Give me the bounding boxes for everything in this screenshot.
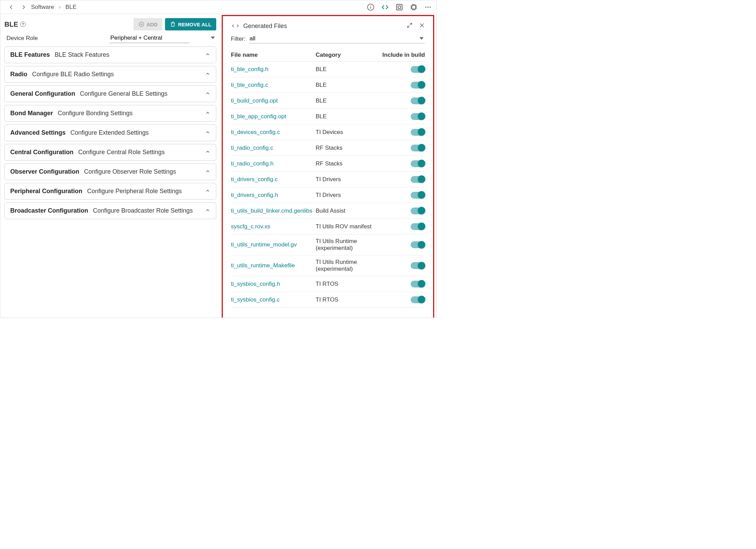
include-toggle[interactable] xyxy=(411,145,425,151)
svg-rect-4 xyxy=(398,6,400,8)
include-toggle[interactable] xyxy=(411,207,425,214)
section-title: General Configuration xyxy=(10,90,75,97)
filter-label: Filter: xyxy=(231,36,246,42)
board-view-button[interactable] xyxy=(395,2,404,12)
include-toggle[interactable] xyxy=(411,66,425,73)
file-category: BLE xyxy=(316,82,381,89)
file-row: syscfg_c.rov.xsTI Utils ROV manifest xyxy=(231,219,425,235)
file-name-link[interactable]: ti_utils_runtime_Makefile xyxy=(231,262,316,269)
chevron-up-icon xyxy=(205,188,210,195)
add-button-label: ADD xyxy=(147,22,158,27)
section-card[interactable]: Central ConfigurationConfigure Central R… xyxy=(4,144,216,161)
breadcrumb-leaf[interactable]: BLE xyxy=(66,4,77,11)
include-toggle[interactable] xyxy=(411,262,425,269)
file-row: ti_drivers_config.hTI Drivers xyxy=(231,187,425,203)
file-name-link[interactable]: ti_radio_config.c xyxy=(231,145,316,151)
file-row: ti_utils_runtime_model.gvTI Utils Runtim… xyxy=(231,235,425,255)
file-name-link[interactable]: ti_utils_runtime_model.gv xyxy=(231,241,316,248)
file-name-link[interactable]: ti_radio_config.h xyxy=(231,160,316,167)
section-card[interactable]: Bond ManagerConfigure Bonding Settings xyxy=(4,105,216,122)
section-card[interactable]: Broadcaster ConfigurationConfigure Broad… xyxy=(4,202,216,219)
section-card[interactable]: Advanced SettingsConfigure Extended Sett… xyxy=(4,124,216,141)
section-title: Central Configuration xyxy=(10,149,73,156)
file-row: ti_utils_build_linker.cmd.genlibsBuild A… xyxy=(231,203,425,219)
close-button[interactable] xyxy=(419,22,425,30)
chevron-up-icon xyxy=(205,169,210,175)
gen-next-button[interactable] xyxy=(235,23,240,29)
svg-point-18 xyxy=(425,6,427,8)
file-row: ti_sysbios_config.hTI RTOS xyxy=(231,276,425,292)
file-category: Build Assist xyxy=(316,207,381,214)
include-toggle[interactable] xyxy=(411,113,425,120)
gen-prev-button[interactable] xyxy=(231,23,235,29)
svg-point-20 xyxy=(430,6,431,8)
section-card[interactable]: Peripheral ConfigurationConfigure Periph… xyxy=(4,183,216,200)
include-toggle[interactable] xyxy=(411,176,425,183)
section-title: Radio xyxy=(10,71,27,78)
file-row: ti_utils_runtime_MakefileTI Utils Runtim… xyxy=(231,255,425,276)
nav-back-button[interactable] xyxy=(6,2,16,12)
add-button[interactable]: ADD xyxy=(134,18,163,30)
info-button[interactable] xyxy=(366,2,375,12)
config-pane: BLE ? ADD REMOVE ALL Device Role xyxy=(0,14,221,318)
topbar: Software › BLE xyxy=(0,0,436,14)
include-toggle[interactable] xyxy=(411,97,425,104)
chevron-up-icon xyxy=(205,207,210,214)
nav-forward-button[interactable] xyxy=(19,2,28,12)
section-card[interactable]: Observer ConfigurationConfigure Observer… xyxy=(4,163,216,180)
expand-button[interactable] xyxy=(407,22,413,30)
filter-select[interactable] xyxy=(249,35,425,43)
section-title: Peripheral Configuration xyxy=(10,188,82,195)
file-name-link[interactable]: ti_sysbios_config.h xyxy=(231,281,316,287)
col-file-name: File name xyxy=(231,52,316,58)
section-desc: Configure General BLE Settings xyxy=(80,90,167,97)
file-row: ti_sysbios_config.cTI RTOS xyxy=(231,292,425,308)
file-name-link[interactable]: ti_sysbios_config.c xyxy=(231,296,316,303)
include-toggle[interactable] xyxy=(411,241,425,248)
file-name-link[interactable]: ti_ble_app_config.opt xyxy=(231,113,316,120)
section-card[interactable]: RadioConfigure BLE Radio Settings xyxy=(4,66,216,83)
device-role-select[interactable] xyxy=(110,33,190,43)
close-icon xyxy=(419,22,425,28)
section-title: Broadcaster Configuration xyxy=(10,207,88,214)
caret-down-icon xyxy=(211,35,215,41)
file-name-link[interactable]: ti_ble_config.h xyxy=(231,66,316,73)
col-category: Category xyxy=(316,52,381,58)
generated-files-title: Generated Files xyxy=(243,23,287,30)
section-card[interactable]: BLE FeaturesBLE Stack Features xyxy=(4,46,216,63)
file-name-link[interactable]: ti_ble_config.c xyxy=(231,82,316,89)
file-name-link[interactable]: syscfg_c.rov.xs xyxy=(231,223,316,230)
help-icon[interactable]: ? xyxy=(20,22,26,27)
include-toggle[interactable] xyxy=(411,281,425,287)
section-desc: Configure Extended Settings xyxy=(70,129,149,136)
file-row: ti_devices_config.cTI Devices xyxy=(231,124,425,140)
include-toggle[interactable] xyxy=(411,192,425,199)
include-toggle[interactable] xyxy=(411,223,425,230)
section-card[interactable]: General ConfigurationConfigure General B… xyxy=(4,85,216,102)
section-desc: BLE Stack Features xyxy=(55,51,109,58)
more-icon xyxy=(424,3,432,11)
file-name-link[interactable]: ti_drivers_config.c xyxy=(231,176,316,183)
section-desc: Configure Central Role Settings xyxy=(78,149,165,156)
trash-icon xyxy=(170,21,176,27)
file-category: TI Drivers xyxy=(316,192,381,199)
section-desc: Configure Peripheral Role Settings xyxy=(87,188,182,195)
remove-all-button-label: REMOVE ALL xyxy=(178,22,211,27)
section-desc: Configure Observer Role Settings xyxy=(84,168,176,175)
breadcrumb-separator: › xyxy=(59,4,61,10)
remove-all-button[interactable]: REMOVE ALL xyxy=(165,18,216,30)
include-toggle[interactable] xyxy=(411,160,425,167)
file-name-link[interactable]: ti_build_config.opt xyxy=(231,97,316,104)
file-name-link[interactable]: ti_utils_build_linker.cmd.genlibs xyxy=(231,207,316,214)
show-code-button[interactable] xyxy=(380,2,390,12)
more-menu-button[interactable] xyxy=(423,2,433,12)
breadcrumb-root[interactable]: Software xyxy=(31,4,54,11)
include-toggle[interactable] xyxy=(411,129,425,136)
file-name-link[interactable]: ti_drivers_config.h xyxy=(231,192,316,199)
device-view-button[interactable] xyxy=(409,2,418,12)
file-row: ti_radio_config.hRF Stacks xyxy=(231,156,425,172)
include-toggle[interactable] xyxy=(411,82,425,89)
file-category: RF Stacks xyxy=(316,145,381,151)
include-toggle[interactable] xyxy=(411,296,425,303)
file-name-link[interactable]: ti_devices_config.c xyxy=(231,129,316,136)
